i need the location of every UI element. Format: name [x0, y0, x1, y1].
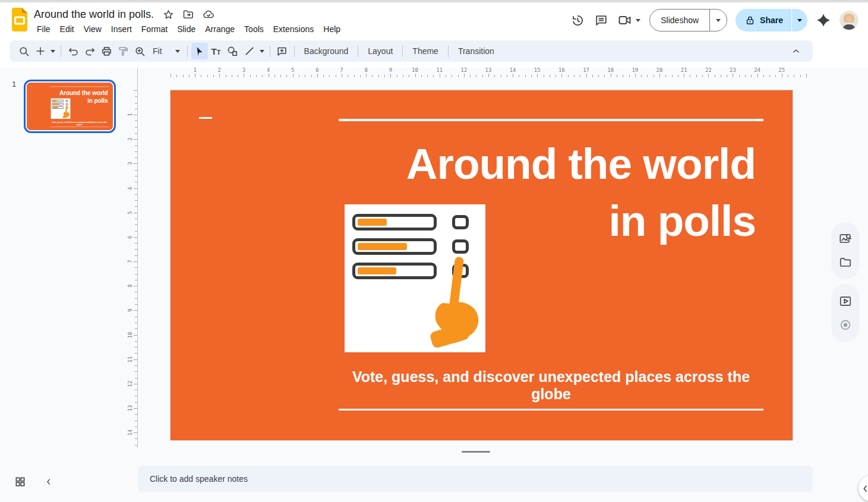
camera-dropdown-caret — [636, 19, 640, 22]
cloud-saved-icon[interactable] — [203, 8, 214, 20]
hruler-label: 1 — [193, 67, 196, 73]
toolbar-text-buttons: BackgroundLayoutThemeTransition — [298, 44, 500, 58]
poll-ballot-illustration[interactable] — [345, 204, 485, 352]
move-to-folder-icon[interactable] — [182, 8, 194, 20]
transition-button[interactable]: Transition — [452, 44, 500, 58]
shape-tool[interactable] — [225, 43, 241, 59]
background-button[interactable]: Background — [298, 44, 355, 58]
menu-item-view[interactable]: View — [79, 23, 106, 36]
slide-top-line — [50, 87, 109, 87]
slide-subtitle-textbox[interactable]: Vote, guess, and discover unexpected pla… — [50, 121, 109, 126]
version-history-icon[interactable] — [570, 12, 585, 28]
folder-icon[interactable] — [839, 256, 852, 269]
right-rail-bottom — [831, 284, 860, 342]
hruler-label: 10 — [412, 67, 418, 73]
print-button[interactable] — [98, 43, 115, 59]
poll-option-bar — [352, 238, 437, 255]
hruler-label: 22 — [705, 67, 712, 73]
add-comment-icon[interactable] — [274, 43, 291, 59]
comments-icon[interactable] — [594, 12, 609, 28]
gemini-sparkle-icon[interactable] — [816, 12, 831, 28]
account-avatar[interactable] — [839, 11, 858, 30]
slide-number: 1 — [12, 80, 16, 89]
speaker-notes-input[interactable]: Click to add speaker notes — [138, 466, 813, 492]
slide-canvas[interactable]: Around the world in polls Vote, guess, a… — [27, 83, 113, 130]
zoom-icon[interactable] — [131, 43, 148, 59]
menu-item-file[interactable]: File — [32, 23, 55, 36]
image-search-icon[interactable] — [839, 232, 852, 245]
vruler-label: 5 — [127, 211, 133, 214]
hruler-label: 19 — [632, 67, 638, 73]
menu-item-extensions[interactable]: Extensions — [269, 23, 318, 36]
undo-button[interactable] — [65, 43, 81, 59]
hruler-label: 7 — [340, 67, 343, 73]
slideshow-button[interactable]: Slideshow — [650, 10, 710, 31]
record-icon[interactable] — [839, 318, 852, 331]
lock-icon — [745, 15, 755, 26]
pointing-hand-icon — [425, 255, 482, 351]
meet-camera-icon[interactable] — [617, 12, 641, 28]
zoom-select[interactable]: Fit — [148, 46, 184, 56]
line-tool-dropdown[interactable] — [258, 43, 266, 59]
menu-item-slide[interactable]: Slide — [172, 23, 200, 36]
vruler-label: 2 — [127, 138, 133, 141]
present-preview-icon[interactable] — [839, 295, 852, 308]
theme-button[interactable]: Theme — [406, 44, 444, 58]
slide-title-textbox[interactable]: Around the world in polls — [39, 89, 108, 105]
slide-dash-decoration — [199, 117, 212, 119]
menu-item-arrange[interactable]: Arrange — [200, 23, 239, 36]
slide-subtitle-textbox[interactable]: Vote, guess, and discover unexpected pla… — [339, 368, 763, 403]
new-slide-dropdown[interactable] — [49, 43, 57, 59]
new-slide-button[interactable] — [32, 43, 49, 59]
share-dropdown-button[interactable] — [792, 9, 807, 31]
menu-item-edit[interactable]: Edit — [55, 23, 79, 36]
menu-item-insert[interactable]: Insert — [106, 23, 137, 36]
hruler-label: 23 — [730, 67, 736, 73]
menu-item-format[interactable]: Format — [137, 23, 172, 36]
vruler-label: 9 — [127, 309, 133, 312]
hruler-label: 18 — [607, 67, 614, 73]
slide-top-line — [339, 119, 763, 121]
slide-bottom-line — [339, 409, 763, 411]
document-title[interactable]: Around the world in polls. — [34, 8, 154, 21]
vruler-label: 7 — [127, 260, 133, 263]
hruler-label: 5 — [291, 67, 294, 73]
paint-format-button[interactable] — [115, 43, 131, 59]
horizontal-ruler[interactable]: 1234567891011121314151617181920212223242… — [138, 68, 813, 77]
hruler-label: 6 — [315, 67, 318, 73]
slide-thumbnail-1[interactable]: Around the world in polls Vote, guess, a… — [24, 80, 116, 133]
menu-item-tools[interactable]: Tools — [239, 23, 269, 36]
collapse-filmstrip-icon[interactable] — [43, 476, 55, 488]
vruler-label: 10 — [127, 331, 133, 338]
side-panel-toggle-button[interactable] — [858, 475, 868, 501]
hruler-label: 16 — [558, 67, 565, 73]
collapse-toolbar-icon[interactable] — [788, 43, 804, 59]
redo-button[interactable] — [81, 43, 98, 59]
poll-ballot-illustration[interactable] — [51, 99, 71, 119]
grid-view-icon[interactable] — [14, 476, 26, 488]
hruler-label: 21 — [681, 67, 687, 73]
google-slides-logo-icon[interactable] — [11, 8, 29, 31]
text-box-tool[interactable]: TT — [208, 43, 225, 59]
notes-resize-handle[interactable] — [462, 451, 490, 453]
select-tool[interactable] — [191, 43, 208, 59]
vruler-label: 1 — [127, 113, 133, 116]
poll-checkbox — [66, 100, 68, 102]
vertical-ruler[interactable]: 1234567891011121314 — [127, 68, 138, 448]
star-icon[interactable] — [162, 8, 174, 20]
slideshow-dropdown-button[interactable] — [710, 10, 727, 31]
main-toolbar: Fit TT BackgroundLayoutThemeTransition — [10, 40, 813, 62]
menu-item-help[interactable]: Help — [318, 23, 345, 36]
hruler-label: 8 — [364, 67, 367, 73]
vruler-label: 4 — [127, 187, 133, 190]
search-menus-icon[interactable] — [15, 43, 32, 59]
slide-title-textbox[interactable]: Around the world in polls — [260, 135, 756, 250]
vruler-label: 3 — [127, 162, 133, 165]
pointing-hand-icon — [62, 106, 70, 119]
layout-button[interactable]: Layout — [362, 44, 399, 58]
share-button[interactable]: Share — [736, 9, 792, 31]
slide-canvas[interactable]: Around the world in polls Vote, guess, a… — [171, 90, 793, 440]
hruler-label: 12 — [460, 67, 467, 73]
hruler-label: 14 — [510, 67, 516, 73]
line-tool[interactable] — [241, 43, 258, 59]
